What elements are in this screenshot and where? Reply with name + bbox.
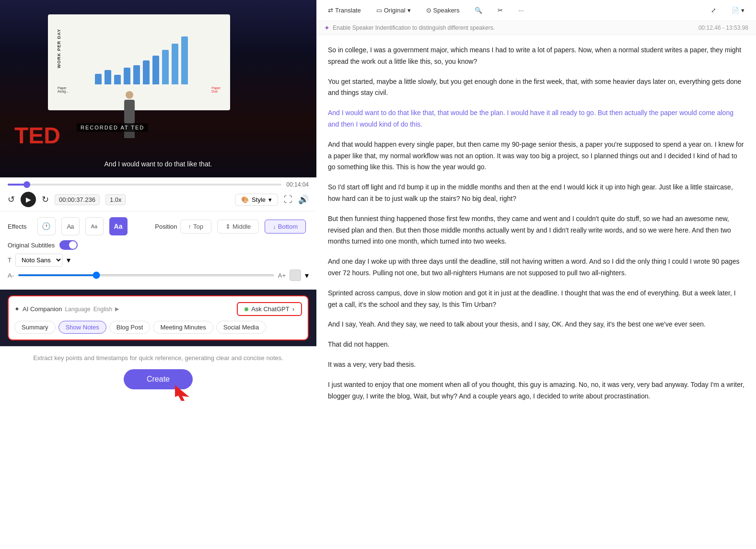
slide-y-axis-label: WORK PER DAY <box>57 29 61 68</box>
video-container: WORK PER DAY PaperAssig... PaperDue <box>0 0 316 177</box>
style-icon: 🎨 <box>241 196 249 203</box>
transcript-paragraph-10: It was a very, very bad thesis. <box>328 359 744 371</box>
volume-button[interactable]: 🔊 <box>298 194 309 205</box>
chatgpt-status-dot <box>244 307 248 311</box>
effect-small-icon[interactable]: Aa <box>85 217 104 235</box>
left-panel: WORK PER DAY PaperAssig... PaperDue <box>0 0 316 549</box>
font-size-slider[interactable] <box>18 274 274 276</box>
speakers-button[interactable]: ⊙ Speakers <box>422 5 464 16</box>
tab-show-notes[interactable]: Show Notes <box>58 321 106 334</box>
right-panel: ⇄ Translate ▭ Original ▾ ⊙ Speakers 🔍 ✂ … <box>316 0 756 549</box>
position-section: Position ↑ Top ⇕ Middle ↓ Bottom <box>155 220 309 234</box>
export-button[interactable]: 📄 ▾ <box>728 5 748 16</box>
transcript-paragraph-7: Sprinted across campus, dove in slow mot… <box>328 288 744 311</box>
create-btn-container: Create <box>8 369 309 389</box>
speaker-head <box>126 91 133 99</box>
position-middle-button[interactable]: ⇕ Middle <box>217 220 259 234</box>
transcript-paragraph-4: So I'd start off light and I'd bump it u… <box>328 182 744 205</box>
toggle-knob <box>69 241 77 249</box>
bar-10 <box>181 36 188 84</box>
transcript-paragraph-3: And that would happen every single paper… <box>328 139 744 173</box>
effects-label: Effects <box>8 223 27 230</box>
bar-2 <box>105 70 111 84</box>
size-label-plus: A+ <box>278 272 286 279</box>
tab-blog-post[interactable]: Blog Post <box>109 321 151 334</box>
speaker-notice-label: Enable Speaker Indentification to distin… <box>333 24 495 31</box>
transcript-paragraph-8: And I say, Yeah. And they say, we need t… <box>328 319 744 330</box>
size-row: A- A+ ▾ <box>8 269 309 281</box>
ai-header: ✦ AI Companion Language English ▶ Ask Ch… <box>14 302 302 316</box>
ted-logo: TED <box>14 122 60 149</box>
speed-display[interactable]: 1.0x <box>105 194 126 205</box>
more-options-icon: ··· <box>518 7 523 14</box>
tab-meeting-minutes[interactable]: Meeting Minutes <box>153 321 213 334</box>
original-chevron: ▾ <box>407 7 411 14</box>
bar-7 <box>152 56 159 84</box>
red-arrow-icon <box>173 383 192 402</box>
ai-lang-label: Language <box>65 306 90 313</box>
font-chevron: ▾ <box>67 256 70 265</box>
effect-bold-icon[interactable]: Aa <box>109 217 128 235</box>
transcript-paragraph-9: That did not happen. <box>328 339 744 350</box>
duration-label: 00:14:04 <box>286 181 309 188</box>
scissors-icon: ✂ <box>498 7 503 14</box>
controls-area: 00:14:04 ↺ ▶ ↻ 00:00:37.236 1.0x 🎨 Style… <box>0 177 316 211</box>
color-chevron: ▾ <box>305 271 309 280</box>
play-button[interactable]: ▶ <box>21 192 36 207</box>
effects-area: Effects 🕐 Aa Aa Aa Position ↑ Top ⇕ Midd… <box>0 211 316 290</box>
export-icon: 📄 <box>732 7 739 14</box>
forward-button[interactable]: ↻ <box>42 194 49 205</box>
subtitles-toggle[interactable] <box>59 240 78 250</box>
original-button[interactable]: ▭ Original ▾ <box>372 5 415 16</box>
font-row: T Noto Sans ▾ <box>8 254 309 267</box>
subtitles-row: Original Subtitles <box>8 240 309 250</box>
ai-tabs: Summary Show Notes Blog Post Meeting Min… <box>14 321 302 334</box>
progress-bar[interactable] <box>8 184 281 186</box>
bar-8 <box>162 50 169 84</box>
scissors-button[interactable]: ✂ <box>494 5 507 16</box>
position-top-button[interactable]: ↑ Top <box>180 220 211 234</box>
expand-button[interactable]: ⤢ <box>707 5 720 16</box>
bar-3 <box>114 75 121 84</box>
current-time-display: 00:00:37.236 <box>55 194 100 205</box>
speakers-label: Speakers <box>433 7 460 14</box>
effect-clock-icon[interactable]: 🕐 <box>37 217 56 235</box>
ai-title: ✦ AI Companion Language English ▶ <box>14 305 119 313</box>
ai-title-text: AI Companion <box>23 305 62 313</box>
fullscreen-button[interactable]: ⛶ <box>284 195 292 205</box>
color-swatch[interactable] <box>290 269 301 281</box>
tab-social-media[interactable]: Social Media <box>216 321 266 334</box>
search-icon: 🔍 <box>475 7 482 14</box>
transcript-content[interactable]: So in college, I was a government major,… <box>316 35 756 549</box>
arrow-indicator <box>173 383 192 404</box>
tab-summary[interactable]: Summary <box>14 321 56 334</box>
sparkle-icon: ✦ <box>324 24 330 32</box>
effects-section: Effects 🕐 Aa Aa Aa <box>8 217 130 235</box>
style-button[interactable]: 🎨 Style ▾ <box>235 194 278 206</box>
speaker-figure <box>115 91 144 139</box>
style-label: Style <box>252 196 266 203</box>
export-chevron: ▾ <box>741 7 744 14</box>
playback-controls: ↺ ▶ ↻ 00:00:37.236 1.0x 🎨 Style ▾ ⛶ 🔊 <box>8 192 309 207</box>
chart-label-start: PaperAssig... <box>58 86 69 93</box>
bar-5 <box>133 65 140 84</box>
speaker-notice: ✦ Enable Speaker Indentification to dist… <box>316 21 756 35</box>
position-bottom-button[interactable]: ↓ Bottom <box>265 220 306 234</box>
search-button[interactable]: 🔍 <box>471 5 486 16</box>
ask-chatgpt-button[interactable]: Ask ChatGPT › <box>237 302 302 316</box>
transcript-paragraph-1: You get started, maybe a little slowly, … <box>328 76 744 99</box>
effect-outline-icon[interactable]: Aa <box>61 217 80 235</box>
subtitle-bar: And I would want to do that like that. <box>0 160 316 168</box>
ai-lang-arrow[interactable]: ▶ <box>115 306 119 312</box>
effects-position-row: Effects 🕐 Aa Aa Aa Position ↑ Top ⇕ Midd… <box>8 217 309 235</box>
rewind-button[interactable]: ↺ <box>8 194 15 205</box>
transcript-paragraph-11: I just wanted to enjoy that one moment w… <box>328 379 744 402</box>
font-select[interactable]: Noto Sans <box>15 254 63 267</box>
bar-1 <box>95 74 102 84</box>
original-icon: ▭ <box>376 7 382 14</box>
chart-label-end: PaperDue <box>211 86 221 93</box>
more-options-button[interactable]: ··· <box>514 5 527 16</box>
translate-button[interactable]: ⇄ Translate <box>324 5 365 16</box>
bar-9 <box>172 44 178 84</box>
ask-chatgpt-arrow: › <box>292 305 294 313</box>
